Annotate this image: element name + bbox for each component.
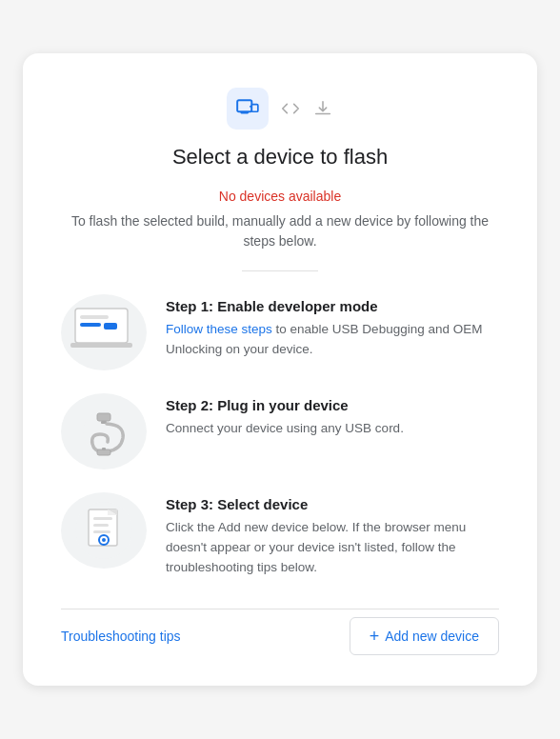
step-1-content: Step 1: Enable developer mode Follow the… (166, 294, 499, 360)
add-device-button[interactable]: + Add new device (350, 617, 499, 655)
step-1-title: Step 1: Enable developer mode (166, 298, 499, 314)
step-3-title: Step 3: Select device (166, 496, 499, 512)
svg-rect-7 (104, 323, 117, 330)
follow-steps-link[interactable]: Follow these steps (166, 322, 272, 336)
header-icons (61, 88, 499, 130)
svg-point-20 (102, 538, 106, 542)
step-2-row: Step 2: Plug in your device Connect your… (61, 393, 499, 469)
add-device-label: Add new device (385, 629, 479, 644)
no-devices-status: No devices available (61, 189, 499, 204)
svg-rect-3 (240, 111, 249, 113)
step-3-row: Step 3: Select device Click the Add new … (61, 492, 499, 578)
divider (242, 270, 318, 271)
svg-rect-1 (251, 105, 258, 112)
main-card: Select a device to flash No devices avai… (23, 53, 537, 686)
arrow-icon (280, 98, 301, 119)
plus-icon: + (370, 628, 380, 645)
step-1-row: Step 1: Enable developer mode Follow the… (61, 294, 499, 370)
svg-rect-8 (70, 343, 132, 348)
step-2-desc: Connect your device using any USB cord. (166, 419, 499, 439)
step-1-desc: Follow these steps to enable USB Debuggi… (166, 320, 499, 360)
device-icon (227, 88, 269, 130)
svg-rect-5 (80, 315, 109, 319)
step-2-illustration (61, 393, 147, 469)
svg-rect-16 (93, 517, 112, 520)
step-2-content: Step 2: Plug in your device Connect your… (166, 393, 499, 439)
page-title: Select a device to flash (61, 145, 499, 170)
svg-rect-0 (237, 100, 251, 111)
step-3-content: Step 3: Select device Click the Add new … (166, 492, 499, 578)
troubleshooting-button[interactable]: Troubleshooting tips (61, 621, 181, 651)
step-3-illustration (61, 492, 147, 569)
svg-rect-17 (93, 524, 109, 527)
footer: Troubleshooting tips + Add new device (61, 609, 499, 655)
svg-rect-13 (102, 448, 106, 450)
step-1-illustration (61, 294, 147, 370)
subtitle-text: To flash the selected build, manually ad… (61, 211, 499, 251)
step-3-desc: Click the Add new device below. If the b… (166, 518, 499, 578)
svg-rect-10 (97, 413, 110, 421)
download-icon (312, 98, 333, 119)
svg-rect-6 (80, 323, 101, 327)
svg-rect-18 (93, 530, 110, 533)
step-2-title: Step 2: Plug in your device (166, 397, 499, 413)
steps-list: Step 1: Enable developer mode Follow the… (61, 294, 499, 578)
